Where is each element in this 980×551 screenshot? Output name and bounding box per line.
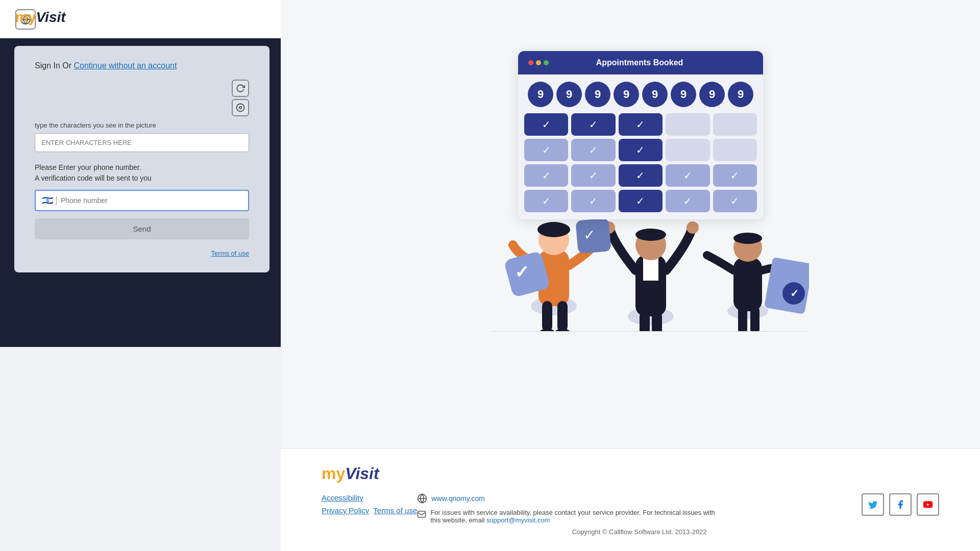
cb-cell [713,113,757,136]
cb-cell: ✓ [619,164,663,187]
cb-cell: ✓ [571,164,615,187]
svg-rect-39 [418,511,426,517]
twitter-button[interactable] [862,493,884,516]
svg-rect-19 [652,311,662,332]
privacy-policy-link[interactable]: Privacy Policy [322,506,369,515]
person-right: ✓ [707,233,809,332]
captcha-refresh-button[interactable] [232,80,249,97]
phone-instruction: Please Enter your phone number. A verifi… [35,162,249,184]
cb-cell: ✓ [571,113,615,136]
svg-rect-7 [542,301,552,332]
number-row: 9 9 9 9 9 9 9 9 [524,82,757,107]
flag-icon: 🇮🇱 [42,195,53,206]
cb-cell: ✓ [524,164,568,187]
illustration-wrapper: Appointments Booked 9 9 9 9 9 9 9 9 [452,36,809,291]
continue-without-account-link[interactable]: Continue without an account [74,61,177,70]
footer-links: Accessibility Privacy Policy Terms of us… [322,493,417,515]
appointments-header: Appointments Booked [518,51,763,74]
svg-point-25 [733,233,762,244]
website-url[interactable]: www.qnomy.com [431,494,485,503]
checkbox-row-3: ✓ ✓ ✓ ✓ ✓ [524,164,757,187]
social-icons [862,493,939,516]
svg-text:✓: ✓ [514,262,529,282]
svg-text:✓: ✓ [583,227,595,243]
phone-divider [56,196,57,205]
contact-text: For issues with service availability, pl… [430,509,715,524]
svg-point-1 [237,104,244,112]
number-badge-2: 9 [556,82,582,107]
facebook-button[interactable] [889,493,912,516]
footer-logo-my: my [322,464,345,483]
logo-visit: Visit [36,9,65,25]
cb-cell: ✓ [524,113,568,136]
svg-rect-23 [733,258,762,311]
cb-cell: ✓ [619,139,663,161]
footer-email-line: For issues with service availability, pl… [417,509,723,524]
cb-cell: ✓ [666,190,709,212]
dot-green [544,60,549,65]
svg-rect-8 [557,301,568,332]
youtube-button[interactable] [917,493,939,516]
cb-cell: ✓ [524,190,568,212]
phone-input-wrapper: 🇮🇱 [35,190,249,211]
support-email-link[interactable]: support@myvisit.com [486,516,550,524]
person-center [603,221,699,332]
footer-copyright: Copyright © Callflow Software Ltd. 2013-… [417,528,862,536]
footer-logo: myVisit [322,464,939,483]
number-badge-5: 9 [642,82,668,107]
number-badge-8: 9 [728,82,753,107]
cb-cell [666,139,709,161]
footer-logo-visit: Visit [345,464,379,483]
cb-cell: ✓ [619,190,663,212]
send-button[interactable]: Send [35,218,249,239]
appointments-card: Appointments Booked 9 9 9 9 9 9 9 9 [518,51,763,219]
cb-cell: ✓ [571,190,615,212]
illustration-area: Appointments Booked 9 9 9 9 9 9 9 9 [281,0,980,327]
cb-cell: ✓ [619,113,663,136]
terms-of-use-footer-link[interactable]: Terms of use [373,506,417,515]
dot-yellow [536,60,541,65]
svg-point-2 [239,107,242,109]
captcha-input[interactable] [35,133,249,152]
cb-cell: ✓ [524,139,568,161]
number-badge-6: 9 [671,82,696,107]
logo: myVisit [15,9,66,26]
svg-rect-18 [640,311,650,332]
checkbox-row-1: ✓ ✓ ✓ [524,113,757,136]
phone-input[interactable] [61,196,242,205]
cb-cell [713,139,757,161]
svg-rect-29 [738,306,747,332]
cb-cell: ✓ [571,139,615,161]
cb-cell: ✓ [713,164,757,187]
top-bar: myVisit [0,0,281,38]
logo-my: my [15,9,36,25]
cb-cell: ✓ [713,190,757,212]
captcha-instruction: type the characters you see in the pictu… [35,121,249,129]
number-badge-1: 9 [528,82,553,107]
captcha-audio-button[interactable] [232,99,249,116]
number-badge-4: 9 [614,82,639,107]
number-badge-3: 9 [585,82,610,107]
number-badge-7: 9 [699,82,725,107]
terms-of-use-link[interactable]: Terms of use [35,249,249,257]
cb-cell: ✓ [666,164,709,187]
svg-text:✓: ✓ [790,288,799,299]
dot-red [528,60,533,65]
svg-point-17 [687,221,699,234]
svg-point-15 [635,229,666,241]
footer-website: www.qnomy.com [417,493,862,504]
checkbox-row-4: ✓ ✓ ✓ ✓ ✓ [524,190,757,212]
appointments-title: Appointments Booked [549,58,730,67]
accessibility-link[interactable]: Accessibility [322,493,417,502]
signin-card: Sign In Or Continue without an account t… [14,46,270,272]
appointments-body: 9 9 9 9 9 9 9 9 ✓ ✓ ✓ [518,74,763,219]
cb-cell [666,113,709,136]
captcha-controls [35,80,249,116]
window-dots [528,60,549,65]
svg-rect-30 [750,306,760,332]
signin-title: Sign In Or Continue without an account [35,61,249,70]
footer-contact: www.qnomy.com For issues with service av… [417,493,862,536]
svg-point-6 [537,222,570,237]
footer: myVisit Accessibility Privacy Policy Ter… [281,448,980,551]
checkbox-row-2: ✓ ✓ ✓ [524,139,757,161]
